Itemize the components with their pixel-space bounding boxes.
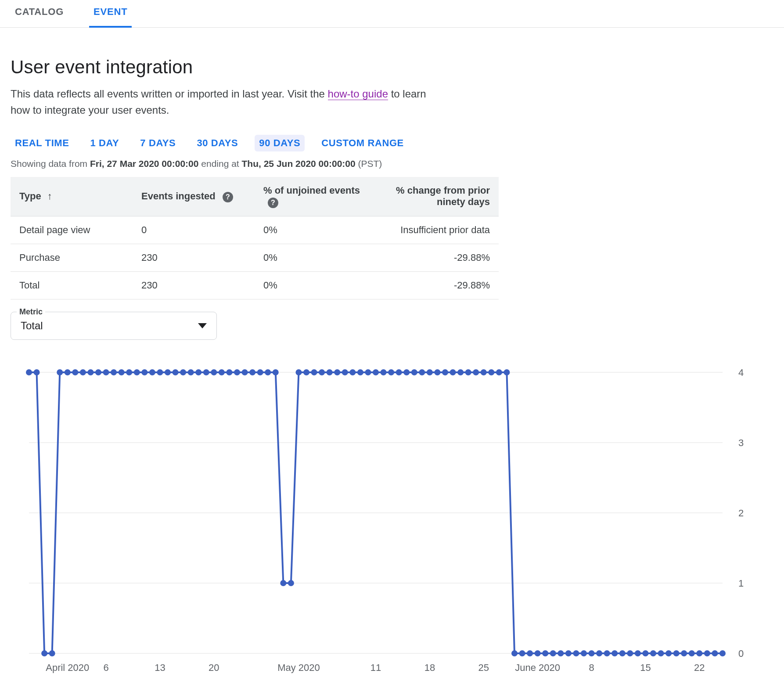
help-icon[interactable]: ? [268, 198, 278, 208]
series-point [111, 369, 117, 375]
series-point [257, 369, 263, 375]
series-point [427, 369, 433, 375]
series-point [496, 369, 502, 375]
series-point [141, 369, 147, 375]
series-point [72, 369, 78, 375]
cell-change: Insufficient prior data [377, 216, 499, 244]
series-point [542, 650, 548, 656]
series-point [473, 369, 479, 375]
y-tick-label: 2 [738, 508, 744, 519]
series-point [234, 369, 240, 375]
series-point [673, 650, 680, 656]
y-tick-label: 3 [738, 437, 744, 448]
col-type-header[interactable]: Type ↑ [11, 177, 133, 216]
series-point [557, 650, 564, 656]
events-table: Type ↑ Events ingested ? % of unjoined e… [11, 177, 499, 299]
series-point [149, 369, 155, 375]
range-pill-90-days[interactable]: 90 DAYS [255, 135, 305, 151]
showing-mid: ending at [201, 159, 241, 169]
range-pill-real-time[interactable]: REAL TIME [11, 135, 74, 151]
cell-type: Purchase [11, 244, 133, 271]
tab-event[interactable]: EVENT [89, 0, 132, 27]
cell-unjoined: 0% [255, 216, 377, 244]
series-point [658, 650, 664, 656]
x-tick-label: 25 [478, 662, 489, 673]
range-pill-30-days[interactable]: 30 DAYS [192, 135, 242, 151]
page-title: User event integration [11, 57, 499, 78]
series-point [203, 369, 209, 375]
series-point [173, 369, 179, 375]
col-unjoined-header[interactable]: % of unjoined events ? [255, 177, 377, 216]
series-point [295, 369, 302, 375]
series-point [65, 369, 71, 375]
x-tick-label: 18 [424, 662, 435, 673]
x-tick-label: 11 [370, 662, 381, 673]
series-point [535, 650, 541, 656]
series-point [219, 369, 225, 375]
series-point [57, 369, 63, 375]
series-point [26, 369, 32, 375]
how-to-guide-link[interactable]: how-to guide [328, 88, 388, 100]
range-pill-custom-range[interactable]: CUSTOM RANGE [317, 135, 408, 151]
series-point [604, 650, 610, 656]
range-pill-7-days[interactable]: 7 DAYS [136, 135, 180, 151]
showing-prefix: Showing data from [11, 159, 90, 169]
series-point [442, 369, 448, 375]
col-change-header[interactable]: % change from prior ninety days [377, 177, 499, 216]
y-tick-label: 0 [738, 648, 744, 659]
range-pill-1-day[interactable]: 1 DAY [86, 135, 124, 151]
series-point [488, 369, 494, 375]
series-point [381, 369, 387, 375]
metric-dropdown[interactable]: Metric Total [11, 312, 217, 340]
page-description: This data reflects all events written or… [11, 86, 445, 118]
cell-events: 230 [133, 244, 255, 271]
series-point [288, 580, 294, 586]
x-tick-label: 8 [589, 662, 594, 673]
series-point [503, 369, 510, 375]
col-type-label: Type [19, 191, 41, 202]
series-point [611, 650, 618, 656]
events-chart: 01234April 202061320May 2020111825June 2… [25, 368, 762, 693]
help-icon[interactable]: ? [223, 192, 233, 202]
desc-text-before: This data reflects all events written or… [11, 88, 328, 100]
series-point [573, 650, 579, 656]
series-point [311, 369, 317, 375]
cell-events: 0 [133, 216, 255, 244]
series-point [627, 650, 633, 656]
col-events-header[interactable]: Events ingested ? [133, 177, 255, 216]
series-point [334, 369, 340, 375]
series-point [211, 369, 217, 375]
series-point [527, 650, 533, 656]
series-point [303, 369, 309, 375]
series-point [265, 369, 271, 375]
series-point [195, 369, 201, 375]
col-change-label: % change from prior ninety days [396, 185, 490, 207]
series-point [519, 650, 525, 656]
x-tick-label: 6 [103, 662, 108, 673]
series-point [242, 369, 248, 375]
tab-catalog[interactable]: CATALOG [11, 0, 68, 27]
x-tick-label: May 2020 [277, 662, 320, 673]
series-point [403, 369, 410, 375]
col-unjoined-label: % of unjoined events [263, 185, 360, 196]
series-point [157, 369, 163, 375]
showing-from: Fri, 27 Mar 2020 00:00:00 [90, 159, 199, 169]
series-point [103, 369, 109, 375]
cell-change: -29.88% [377, 271, 499, 299]
series-point [596, 650, 602, 656]
series-point [457, 369, 464, 375]
showing-to: Thu, 25 Jun 2020 00:00:00 [242, 159, 356, 169]
series-point [80, 369, 86, 375]
series-point [249, 369, 255, 375]
series-point [665, 650, 672, 656]
date-range-row: REAL TIME1 DAY7 DAYS30 DAYS90 DAYSCUSTOM… [11, 135, 499, 151]
showing-range-text: Showing data from Fri, 27 Mar 2020 00:00… [11, 159, 499, 169]
showing-tz: (PST) [358, 159, 382, 169]
series-point [180, 369, 186, 375]
series-point [280, 580, 286, 586]
x-tick-label: 15 [640, 662, 651, 673]
series-point [450, 369, 456, 375]
series-point [650, 650, 656, 656]
cell-type: Total [11, 271, 133, 299]
series-point [419, 369, 425, 375]
